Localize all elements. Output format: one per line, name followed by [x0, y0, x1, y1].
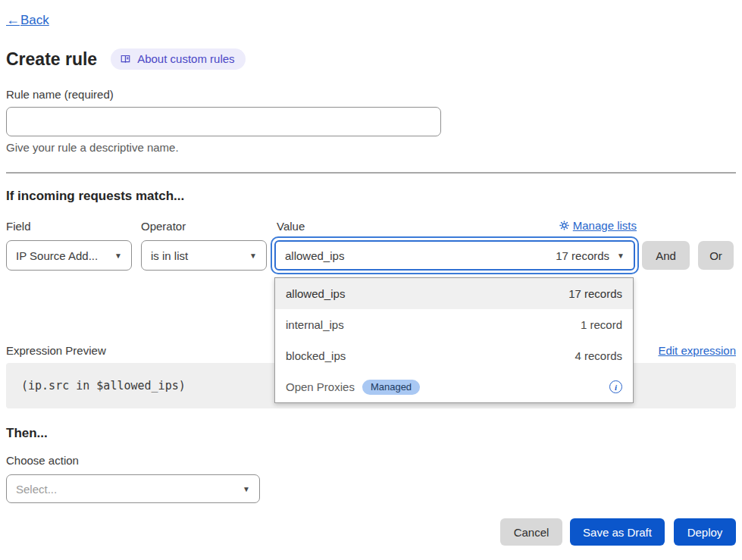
book-icon: [120, 54, 131, 64]
rule-name-label: Rule name (required): [6, 88, 114, 101]
back-arrow-icon: ←: [6, 12, 20, 28]
choose-action-label: Choose action: [6, 454, 79, 467]
chevron-down-icon: ▼: [114, 252, 122, 260]
list-option-allowed-ips[interactable]: allowed_ips 17 records: [275, 278, 633, 309]
list-option-meta: 4 records: [575, 349, 622, 362]
value-select-record-count: 17 records: [556, 249, 609, 262]
field-select-value: IP Source Add...: [16, 249, 98, 262]
about-label: About custom rules: [137, 52, 234, 65]
action-select-placeholder: Select...: [16, 483, 57, 496]
list-option-name: allowed_ips: [286, 287, 345, 300]
list-option-name: blocked_ips: [286, 349, 346, 362]
field-label: Field: [6, 220, 31, 233]
then-section-heading: Then...: [6, 426, 48, 441]
section-divider: [6, 172, 736, 174]
list-option-name: Open Proxies: [286, 380, 355, 393]
field-select[interactable]: IP Source Add... ▼: [6, 240, 132, 271]
back-link[interactable]: ←Back: [6, 12, 49, 28]
title-row: Create rule About custom rules: [6, 48, 246, 70]
list-dropdown-menu: allowed_ips 17 records internal_ips 1 re…: [274, 277, 634, 403]
value-select-focus-ring: allowed_ips 17 records ▼: [271, 236, 639, 274]
gear-icon: [559, 221, 569, 230]
back-label: Back: [20, 13, 49, 28]
list-option-meta: 17 records: [568, 287, 622, 300]
save-as-draft-button[interactable]: Save as Draft: [570, 518, 665, 546]
about-custom-rules-link[interactable]: About custom rules: [111, 48, 245, 70]
managed-badge: Managed: [362, 380, 420, 395]
info-icon[interactable]: i: [609, 380, 622, 393]
chevron-down-icon: ▼: [617, 252, 625, 260]
page-title: Create rule: [6, 49, 97, 70]
rule-name-input[interactable]: [6, 107, 441, 136]
cancel-button[interactable]: Cancel: [500, 518, 562, 546]
list-option-internal-ips[interactable]: internal_ips 1 record: [275, 309, 633, 340]
match-section-heading: If incoming requests match...: [6, 189, 184, 204]
edit-expression-link[interactable]: Edit expression: [658, 344, 736, 357]
list-option-open-proxies[interactable]: Open Proxies Managed i: [275, 371, 633, 402]
action-select[interactable]: Select... ▼: [6, 474, 260, 503]
expression-preview-label: Expression Preview: [6, 344, 106, 357]
list-option-blocked-ips[interactable]: blocked_ips 4 records: [275, 340, 633, 371]
expression-code: (ip.src in $allowed_ips): [21, 379, 186, 393]
create-rule-page: ←Back Create rule About custom rules Rul…: [0, 0, 742, 560]
value-select[interactable]: allowed_ips 17 records ▼: [274, 240, 635, 271]
operator-label: Operator: [141, 220, 186, 233]
deploy-button[interactable]: Deploy: [674, 518, 736, 546]
or-button[interactable]: Or: [698, 241, 734, 270]
chevron-down-icon: ▼: [243, 485, 250, 493]
and-button[interactable]: And: [642, 241, 690, 270]
value-label: Value: [277, 220, 305, 233]
manage-lists-label: Manage lists: [573, 219, 637, 232]
operator-select-value: is in list: [151, 249, 188, 262]
list-option-name: internal_ips: [286, 318, 344, 331]
operator-select[interactable]: is in list ▼: [141, 240, 267, 271]
list-option-meta: 1 record: [581, 318, 622, 331]
manage-lists-link[interactable]: Manage lists: [559, 219, 637, 232]
chevron-down-icon: ▼: [249, 252, 257, 260]
rule-name-help-text: Give your rule a descriptive name.: [6, 141, 179, 154]
value-select-value: allowed_ips: [285, 249, 556, 262]
